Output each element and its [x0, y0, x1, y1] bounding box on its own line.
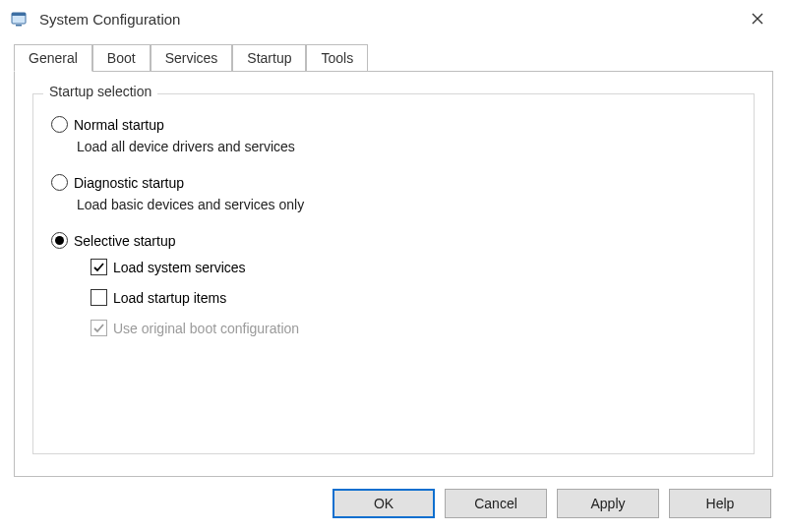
radio-selective-startup[interactable]	[51, 232, 68, 249]
normal-startup-desc: Load all device drivers and services	[77, 139, 736, 154]
cancel-button[interactable]: Cancel	[445, 489, 547, 518]
window-root: System Configuration General Boot Servic…	[0, 0, 787, 532]
check-row-load-startup-items: Load startup items	[91, 289, 736, 306]
check-row-use-original-boot: Use original boot configuration	[91, 320, 736, 336]
close-button[interactable]	[738, 4, 777, 33]
tab-panel-general: Startup selection Normal startup Load al…	[14, 71, 773, 477]
tab-services[interactable]: Services	[151, 44, 233, 72]
titlebar: System Configuration	[0, 0, 787, 35]
selective-suboptions: Load system services Load startup items	[91, 259, 736, 336]
check-icon	[92, 261, 105, 273]
tabstrip: General Boot Services Startup Tools	[14, 43, 773, 71]
startup-selection-group: Startup selection Normal startup Load al…	[32, 93, 755, 454]
svg-rect-2	[16, 25, 22, 27]
diagnostic-startup-desc: Load basic devices and services only	[77, 197, 736, 212]
app-icon	[10, 9, 30, 29]
checkbox-load-startup-items[interactable]	[91, 289, 107, 306]
option-normal-startup: Normal startup Load all device drivers a…	[51, 116, 736, 154]
radio-normal-label: Normal startup	[74, 117, 164, 133]
tab-general[interactable]: General	[14, 44, 92, 72]
close-icon	[752, 13, 763, 25]
apply-button[interactable]: Apply	[557, 489, 659, 518]
button-row: OK Cancel Apply Help	[0, 477, 787, 532]
tab-tools[interactable]: Tools	[306, 44, 368, 72]
label-use-original-boot: Use original boot configuration	[113, 321, 299, 336]
radio-selective-label: Selective startup	[74, 233, 176, 249]
ok-button[interactable]: OK	[333, 489, 435, 518]
checkbox-load-system-services[interactable]	[91, 259, 107, 275]
tab-boot[interactable]: Boot	[92, 44, 151, 72]
radio-diagnostic-startup[interactable]	[51, 174, 68, 191]
group-legend: Startup selection	[43, 84, 157, 99]
dialog-body: General Boot Services Startup Tools Star…	[0, 35, 787, 477]
option-selective-startup: Selective startup Load system services	[51, 232, 736, 336]
radio-normal-startup[interactable]	[51, 116, 68, 133]
radio-diagnostic-label: Diagnostic startup	[74, 175, 184, 191]
check-row-load-system-services: Load system services	[91, 259, 736, 275]
check-icon	[92, 322, 105, 334]
window-title: System Configuration	[39, 11, 738, 28]
option-diagnostic-startup: Diagnostic startup Load basic devices an…	[51, 174, 736, 212]
svg-rect-1	[12, 13, 26, 16]
label-load-startup-items: Load startup items	[113, 290, 226, 306]
label-load-system-services: Load system services	[113, 260, 246, 275]
tab-startup[interactable]: Startup	[232, 44, 306, 72]
help-button[interactable]: Help	[669, 489, 771, 518]
checkbox-use-original-boot	[91, 320, 107, 336]
